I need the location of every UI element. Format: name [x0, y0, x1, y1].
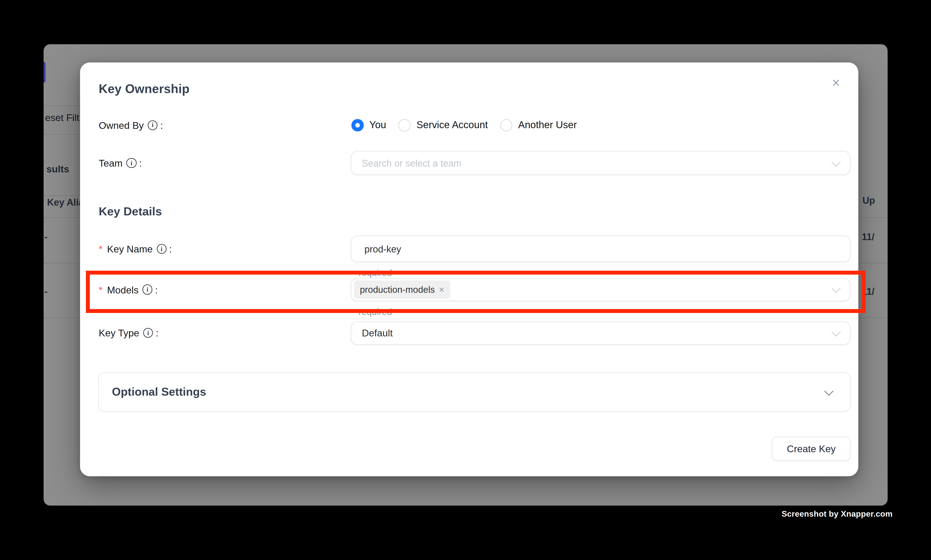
create-key-modal: ✕ Key Ownership Owned By i : You Service… — [80, 62, 858, 477]
create-key-button-label: Create Key — [787, 443, 836, 454]
team-select-placeholder: Search or select a team — [362, 158, 462, 169]
models-label-row: * Models i : — [99, 283, 158, 296]
radio-option-service-account[interactable]: Service Account — [399, 119, 488, 131]
models-tag: production-models ✕ — [354, 280, 450, 298]
screenshot-canvas: eset Filt sults Key Alia Up - 11/ - 11/ … — [0, 0, 931, 560]
radio-selected-icon[interactable] — [351, 119, 363, 131]
key-name-label: Key Name — [107, 243, 153, 255]
required-mark: * — [99, 243, 103, 255]
key-type-select[interactable]: Default — [351, 321, 851, 345]
column-header-updated: Up — [862, 195, 888, 206]
create-key-button-fragment[interactable] — [44, 62, 46, 83]
label-colon: : — [160, 120, 163, 131]
table-row-cell: 11/ — [862, 286, 888, 297]
radio-unselected-icon[interactable] — [500, 119, 512, 131]
filterbar-divider — [44, 134, 80, 134]
optional-settings-heading: Optional Settings — [112, 385, 206, 399]
label-colon: : — [139, 158, 142, 169]
models-tag-label: production-models — [360, 284, 435, 295]
chevron-down-icon — [832, 327, 841, 336]
team-select[interactable]: Search or select a team — [351, 151, 851, 175]
radio-unselected-icon[interactable] — [399, 119, 411, 131]
radio-label: You — [369, 119, 386, 131]
close-icon[interactable]: ✕ — [828, 75, 845, 92]
create-key-button[interactable]: Create Key — [772, 437, 851, 461]
models-required-message: required — [359, 306, 392, 317]
toolbar-divider — [44, 105, 80, 106]
modal-title: Key Ownership — [99, 82, 189, 96]
key-type-value: Default — [362, 328, 393, 338]
team-label-row: Team i : — [99, 157, 142, 169]
key-name-value: prod-key — [365, 244, 401, 254]
radio-label: Another User — [518, 119, 577, 131]
radio-label: Service Account — [417, 119, 488, 131]
radio-option-another-user[interactable]: Another User — [500, 119, 577, 131]
owned-by-label: Owned By — [99, 120, 144, 131]
key-details-heading: Key Details — [99, 205, 162, 218]
table-row-cell: - — [45, 286, 48, 297]
owned-by-radio-group: You Service Account Another User — [351, 119, 577, 131]
key-name-input[interactable]: prod-key — [351, 236, 851, 262]
results-count-fragment: sults — [46, 163, 80, 175]
key-type-label-row: Key Type i : — [99, 326, 159, 339]
chevron-down-icon — [824, 386, 833, 395]
info-icon: i — [126, 158, 137, 168]
info-icon: i — [143, 328, 153, 338]
table-row-cell: - — [45, 232, 48, 242]
label-colon: : — [156, 328, 159, 338]
table-row-cell: 11/ — [862, 232, 888, 242]
key-type-label: Key Type — [99, 328, 139, 338]
models-label: Models — [107, 284, 138, 295]
models-select[interactable]: production-models ✕ — [351, 278, 851, 301]
column-header-key-alias: Key Alia — [47, 197, 80, 208]
reset-filters-button-fragment[interactable]: eset Filt — [45, 112, 80, 123]
key-name-required-message: required — [359, 268, 392, 278]
key-name-label-row: * Key Name i : — [99, 243, 172, 255]
team-label: Team — [99, 158, 123, 169]
required-mark: * — [99, 284, 103, 295]
radio-option-you[interactable]: You — [351, 119, 386, 131]
screenshot-credit: Screenshot by Xnapper.com — [782, 509, 893, 518]
info-icon: i — [143, 285, 152, 295]
label-colon: : — [169, 243, 172, 255]
optional-settings-panel[interactable]: Optional Settings — [98, 372, 851, 412]
remove-tag-icon[interactable]: ✕ — [439, 285, 444, 293]
table-top-divider — [44, 195, 80, 196]
owned-by-label-row: Owned By i : — [99, 118, 163, 132]
label-colon: : — [155, 284, 158, 295]
chevron-down-icon — [832, 157, 841, 166]
info-icon: i — [148, 120, 158, 130]
info-icon: i — [157, 244, 166, 254]
chevron-down-icon — [832, 284, 841, 292]
